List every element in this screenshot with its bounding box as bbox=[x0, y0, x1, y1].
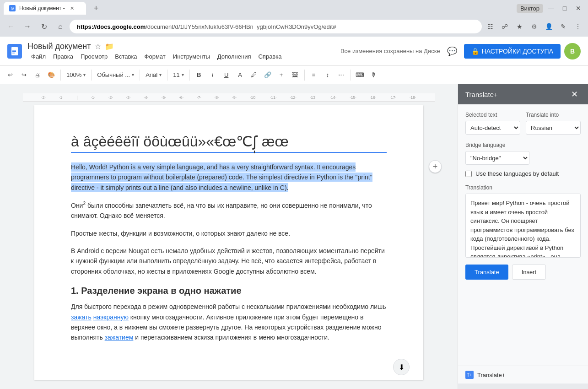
horizontal-scrollbar[interactable] bbox=[458, 384, 588, 389]
panel-header: Translate+ ✕ bbox=[458, 84, 588, 104]
menu-edit[interactable]: Правка bbox=[49, 52, 77, 61]
lock-icon: 🔒 bbox=[471, 48, 479, 55]
font-dropdown[interactable]: Arial ▾ bbox=[143, 69, 164, 81]
translate-panel: Translate+ ✕ Selected text Auto-detect T… bbox=[458, 84, 588, 389]
title-bar: G Новый документ - ✕ + Виктор — □ ✕ bbox=[0, 0, 588, 16]
extensions-icon[interactable]: ⚙ bbox=[528, 20, 540, 33]
bookmark-icon[interactable]: ★ bbox=[513, 20, 526, 33]
star-icon[interactable]: ☆ bbox=[95, 42, 101, 51]
separator-4 bbox=[167, 70, 167, 81]
default-langs-row: Use these languages by default bbox=[465, 170, 581, 177]
tab-favicon: G bbox=[9, 5, 16, 11]
align-button[interactable]: ≡ bbox=[307, 69, 320, 81]
chevron-down-icon-2: ▾ bbox=[132, 72, 134, 77]
doc-title[interactable]: Новый документ bbox=[27, 42, 91, 51]
link-zazhatiem[interactable]: зажатием bbox=[105, 334, 134, 341]
user-name-label: Виктор bbox=[517, 4, 543, 13]
translate-plus-icon: T+ bbox=[465, 371, 474, 379]
bottom-toolbar: ⬇ bbox=[393, 359, 410, 375]
menu-format[interactable]: Формат bbox=[141, 52, 169, 61]
fontsize-dropdown[interactable]: 11 ▾ bbox=[170, 69, 186, 81]
formatting-toolbar: ↩ ↪ 🖨 🎨 100% ▾ Обычный ... ▾ Arial ▾ 11 … bbox=[0, 66, 588, 84]
separator-2 bbox=[91, 70, 92, 81]
comments-button[interactable]: 💬 bbox=[444, 43, 460, 59]
menu-icon[interactable]: ⋮ bbox=[572, 20, 584, 33]
link-zazhat[interactable]: зажать bbox=[71, 313, 92, 321]
input-tools-button[interactable]: ⌨ bbox=[354, 69, 367, 81]
menu-view[interactable]: Просмотр bbox=[77, 52, 111, 61]
text-color-button[interactable]: A bbox=[234, 69, 247, 81]
menu-tools[interactable]: Инструменты bbox=[169, 52, 214, 61]
profile-icon[interactable]: 👤 bbox=[542, 20, 555, 33]
redo-button[interactable]: ↪ bbox=[17, 69, 30, 81]
url-domain: docs.google.com bbox=[97, 23, 146, 30]
underline-button[interactable]: U bbox=[220, 69, 233, 81]
undo-button[interactable]: ↩ bbox=[4, 69, 16, 81]
minimize-button[interactable]: — bbox=[545, 2, 557, 14]
default-langs-checkbox[interactable] bbox=[465, 171, 472, 177]
close-button[interactable]: ✕ bbox=[572, 2, 584, 14]
bold-button[interactable]: B bbox=[193, 69, 205, 81]
menu-help[interactable]: Справка bbox=[254, 52, 285, 61]
bridge-lang-select[interactable]: "No-bridge" bbox=[465, 151, 529, 165]
docs-logo bbox=[7, 44, 22, 59]
paintbrush-icon[interactable]: ✎ bbox=[557, 20, 570, 33]
insert-button[interactable]: Insert bbox=[512, 265, 546, 280]
print-button[interactable]: 🖨 bbox=[31, 69, 44, 81]
translate-button[interactable]: Translate bbox=[465, 265, 508, 280]
paint-format-button[interactable]: 🎨 bbox=[45, 69, 58, 81]
forward-button[interactable]: → bbox=[20, 19, 35, 34]
menu-insert[interactable]: Вставка bbox=[111, 52, 140, 61]
share-button[interactable]: 🔒 НАСТРОЙКИ ДОСТУПА bbox=[464, 44, 561, 59]
panel-actions: Translate Insert bbox=[465, 265, 581, 280]
more-options-button[interactable]: ⋯ bbox=[335, 69, 348, 81]
font-value: Arial bbox=[146, 71, 157, 78]
home-button[interactable]: ⌂ bbox=[53, 19, 68, 34]
default-langs-label[interactable]: Use these languages by default bbox=[475, 170, 559, 177]
user-avatar[interactable]: В bbox=[564, 43, 581, 59]
url-prefix: https:// bbox=[77, 23, 97, 30]
insert-button[interactable]: + bbox=[275, 69, 288, 81]
lang-selection-row: Selected text Auto-detect Translate into… bbox=[465, 112, 581, 135]
link-button[interactable]: 🔗 bbox=[261, 69, 274, 81]
style-dropdown[interactable]: Обычный ... ▾ bbox=[94, 69, 137, 81]
add-content-button[interactable]: + bbox=[429, 160, 442, 173]
menu-file[interactable]: Файл bbox=[27, 52, 49, 61]
app-bar-right: Все изменения сохранены на Диске 💬 🔒 НАС… bbox=[340, 43, 581, 59]
folder-icon[interactable]: 📁 bbox=[105, 42, 114, 51]
paragraph-3-text: В Android с версии Nougat есть немало уд… bbox=[71, 247, 385, 275]
image-button[interactable]: 🖼 bbox=[289, 69, 302, 81]
window-controls: Виктор — □ ✕ bbox=[517, 2, 584, 14]
zoom-dropdown[interactable]: 100% ▾ bbox=[64, 69, 88, 81]
tab-title: Новый документ - bbox=[19, 5, 65, 11]
line-spacing-button[interactable]: ↕ bbox=[321, 69, 334, 81]
target-lang-select[interactable]: Russian bbox=[526, 121, 581, 135]
svg-rect-2 bbox=[12, 51, 16, 52]
bottom-action-button[interactable]: ⬇ bbox=[393, 359, 410, 375]
new-tab-button[interactable]: + bbox=[90, 2, 102, 15]
translation-textarea[interactable] bbox=[465, 194, 581, 258]
highlight-button[interactable]: 🖊 bbox=[248, 69, 260, 81]
voice-button[interactable]: 🎙 bbox=[367, 69, 380, 81]
bookmarks-manager-icon[interactable]: ☷ bbox=[484, 20, 496, 33]
restore-button[interactable]: □ bbox=[559, 2, 571, 14]
menu-addons[interactable]: Дополнения bbox=[214, 52, 255, 61]
italic-button[interactable]: I bbox=[206, 69, 219, 81]
link-naekrannuyu[interactable]: наэкранную bbox=[93, 313, 129, 321]
back-button[interactable]: ← bbox=[4, 19, 18, 34]
reload-button[interactable]: ↻ bbox=[37, 19, 51, 34]
panel-close-button[interactable]: ✕ bbox=[568, 88, 581, 101]
separator-6 bbox=[304, 70, 305, 81]
selected-text-label: Selected text bbox=[465, 112, 520, 118]
svg-rect-3 bbox=[12, 53, 15, 54]
browser-tab[interactable]: G Новый документ - ✕ bbox=[4, 2, 86, 15]
highlighted-paragraph[interactable]: Hello, World! Python is a very simple la… bbox=[71, 162, 387, 193]
address-bar: ← → ↻ ⌂ https://docs.google.com/document… bbox=[0, 16, 588, 37]
paragraph-2: Простые жесты, функции и возможности, о … bbox=[71, 228, 387, 238]
tab-close-button[interactable]: ✕ bbox=[69, 5, 76, 12]
url-bar[interactable]: https://docs.google.com/document/d/1lJY5… bbox=[70, 20, 482, 33]
translate-icon[interactable]: ☍ bbox=[498, 20, 511, 33]
source-lang-select[interactable]: Auto-detect bbox=[465, 121, 520, 135]
bridge-lang-label: Bridge language bbox=[465, 142, 581, 148]
translation-section: Translation bbox=[465, 184, 581, 259]
